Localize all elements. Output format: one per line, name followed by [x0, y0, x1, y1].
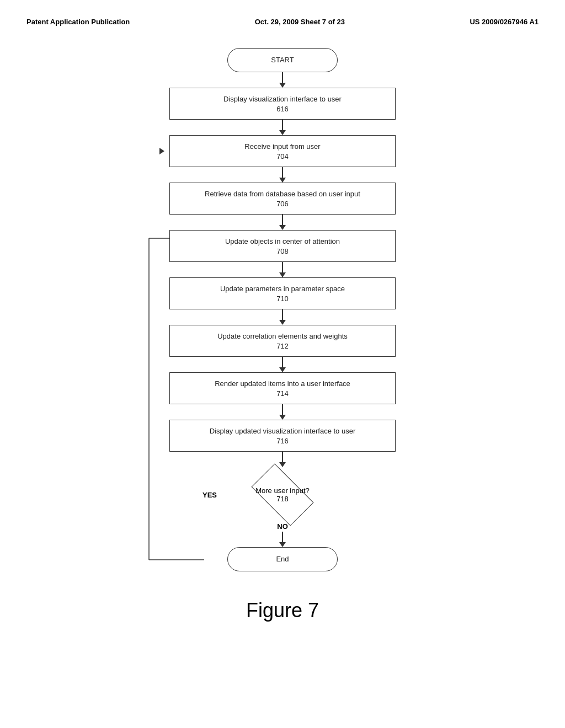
step-708-number: 708 — [276, 247, 289, 255]
step-716-text: Display updated visualization interface … — [210, 426, 355, 436]
arrow-6 — [279, 309, 286, 325]
step-704-number: 704 — [276, 152, 289, 160]
step-714-number: 714 — [276, 389, 289, 398]
step-714: Render updated items into a user interfa… — [169, 372, 396, 404]
decision-text-main: More user input? — [255, 486, 310, 495]
flowchart: START Display visualization interface to… — [0, 42, 565, 571]
decision-718-wrapper: YES More user input? 718 — [169, 467, 396, 522]
arrow-2 — [279, 120, 286, 135]
start-box: START — [227, 48, 338, 72]
end-label: End — [276, 554, 289, 564]
arrow-1 — [279, 72, 286, 88]
header-center: Oct. 29, 2009 Sheet 7 of 23 — [255, 18, 345, 26]
step-704: Receive input from user 704 — [169, 135, 396, 167]
step-712-text: Update correlation elements and weights — [217, 331, 348, 341]
step-714-text: Render updated items into a user interfa… — [215, 379, 350, 389]
arrow-5 — [279, 262, 286, 277]
end-box: End — [227, 547, 338, 571]
page-header: Patent Application Publication Oct. 29, … — [0, 0, 565, 26]
step-708-text: Update objects in center of attention — [225, 237, 340, 247]
decision-diamond: More user input? 718 — [241, 470, 324, 520]
start-label: START — [271, 55, 294, 65]
step-616: Display visualization interface to user … — [169, 88, 396, 120]
yes-label: YES — [202, 491, 217, 499]
decision-text: More user input? 718 — [255, 486, 310, 503]
arrow-9 — [279, 452, 286, 467]
arrow-7 — [279, 357, 286, 372]
step-706-number: 706 — [276, 200, 289, 208]
step-706: Retrieve data from database based on use… — [169, 183, 396, 215]
no-arrow-wrapper: NO — [277, 522, 288, 547]
step-616-number: 616 — [276, 105, 289, 113]
figure-label: Figure 7 — [0, 599, 565, 622]
step-708: Update objects in center of attention 70… — [169, 230, 396, 262]
no-label: NO — [277, 522, 288, 531]
header-right: US 2009/0267946 A1 — [470, 18, 539, 26]
step-712: Update correlation elements and weights … — [169, 325, 396, 357]
step-704-text: Receive input from user — [244, 142, 320, 152]
arrow-8 — [279, 404, 286, 420]
step-704-wrapper: Receive input from user 704 — [169, 135, 396, 167]
step-716-number: 716 — [276, 437, 289, 445]
loop-arrow-indicator — [159, 148, 164, 154]
arrow-3 — [279, 167, 286, 183]
decision-text-number: 718 — [255, 495, 310, 503]
step-710-number: 710 — [276, 295, 289, 303]
arrow-no — [279, 532, 286, 547]
step-706-text: Retrieve data from database based on use… — [205, 189, 360, 199]
step-710-text: Update parameters in parameter space — [220, 284, 345, 294]
step-710: Update parameters in parameter space 710 — [169, 277, 396, 309]
step-616-text: Display visualization interface to user — [223, 94, 342, 104]
header-left: Patent Application Publication — [26, 18, 130, 26]
step-712-number: 712 — [276, 342, 289, 350]
arrow-4 — [279, 215, 286, 230]
step-716: Display updated visualization interface … — [169, 420, 396, 452]
